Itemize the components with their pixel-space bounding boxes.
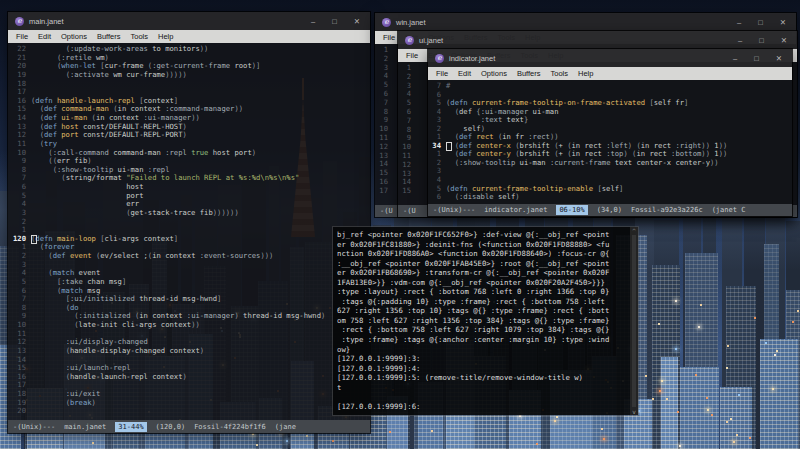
line-number: 5 xyxy=(8,192,31,201)
close-button[interactable]: ✕ xyxy=(354,17,360,26)
code-line: 18 xyxy=(8,80,370,89)
window-title-ui: ui.janet xyxy=(419,36,443,45)
titlebar-ui[interactable]: e ui.janet – □ ✕ xyxy=(398,31,797,49)
city-light xyxy=(431,430,433,432)
menu-item-edit[interactable]: Edit xyxy=(458,69,471,78)
repl-line: 627 :right 1356 :top 10} :tags @{} :type… xyxy=(337,306,628,316)
scrollbar-track[interactable] xyxy=(632,235,636,407)
city-light xyxy=(661,380,663,382)
city-light xyxy=(389,431,391,433)
code-text: (late-init cli-args context)) xyxy=(31,321,200,330)
modeline-main: -(Unix)--- main.janet 31-44% (120,0) Fos… xyxy=(8,420,370,433)
menu-item-help[interactable]: Help xyxy=(158,32,173,41)
city-light xyxy=(776,350,778,352)
titlebar-indicator[interactable]: e indicator.janet – □ ✕ xyxy=(428,49,792,67)
city-light xyxy=(658,323,660,325)
menu-item-tools[interactable]: Tools xyxy=(131,32,149,41)
line-number: 3 xyxy=(8,209,31,218)
line-number: 2 xyxy=(8,252,31,261)
line-number: 2 xyxy=(8,218,31,227)
repl-console[interactable]: bj_ref <pointer 0x020F1FC652F0>} :def-vi… xyxy=(333,227,638,415)
menu-item-buffers[interactable]: Buffers xyxy=(517,69,541,78)
minimize-button[interactable]: – xyxy=(737,18,741,27)
code-line: 6 (:disable self) xyxy=(428,193,792,202)
close-button[interactable]: ✕ xyxy=(776,54,782,63)
window-main-janet: e main.janet – □ ✕ FileEditOptionsBuffer… xyxy=(8,12,370,433)
minimize-button[interactable]: – xyxy=(733,54,737,63)
city-light xyxy=(797,310,799,312)
titlebar-main[interactable]: e main.janet – □ ✕ xyxy=(8,12,370,30)
repl-scrollbar[interactable]: ^ v xyxy=(630,227,638,415)
minimize-button[interactable]: – xyxy=(311,17,315,26)
city-light xyxy=(733,441,735,443)
city-light xyxy=(711,414,713,416)
city-light xyxy=(601,428,603,430)
modeline-vcs-revision: Fossil-4f224bf1f6 xyxy=(194,423,266,431)
code-area-main[interactable]: 22 (:update-work-areas to monitors))21 (… xyxy=(8,43,370,420)
menu-item-help[interactable]: Help xyxy=(578,69,593,78)
code-line: 2 (:show-tooltip ui-man :current-frame t… xyxy=(428,159,792,168)
maximize-button[interactable]: □ xyxy=(759,36,764,45)
minimize-button[interactable]: – xyxy=(738,36,742,45)
menu-item-file[interactable]: File xyxy=(406,51,418,60)
city-light xyxy=(727,345,729,347)
building xyxy=(680,367,719,449)
menu-item-file[interactable]: File xyxy=(383,33,395,42)
city-light xyxy=(519,415,521,417)
city-light xyxy=(556,416,558,418)
window-title-indicator: indicator.janet xyxy=(449,54,495,63)
maximize-button[interactable]: □ xyxy=(754,54,759,63)
code-text: (break) xyxy=(31,399,96,408)
city-light xyxy=(698,326,700,328)
close-button[interactable]: ✕ xyxy=(780,18,786,27)
city-light xyxy=(754,317,756,319)
line-number: 9 xyxy=(8,157,31,166)
city-light xyxy=(792,321,794,323)
repl-line: :type :frame} :tags @{:anchor :center :m… xyxy=(337,335,628,345)
line-number: 4 xyxy=(8,269,31,278)
code-text: (handle-launch-repl context) xyxy=(31,373,187,382)
line-number: 7 xyxy=(8,174,31,183)
menu-item-edit[interactable]: Edit xyxy=(38,32,51,41)
menu-item-buffers[interactable]: Buffers xyxy=(97,32,121,41)
city-light xyxy=(675,348,677,350)
city-light xyxy=(772,388,774,390)
menu-item-file[interactable]: File xyxy=(436,69,448,78)
line-number: 17 xyxy=(375,187,393,196)
modeline-prefix: -(U xyxy=(403,207,416,215)
city-light xyxy=(603,438,605,440)
city-light xyxy=(677,411,679,413)
maximize-button[interactable]: □ xyxy=(758,18,763,27)
city-light xyxy=(738,394,740,396)
line-number: 6 xyxy=(8,287,31,296)
menu-item-tools[interactable]: Tools xyxy=(551,69,569,78)
city-light xyxy=(706,397,708,399)
repl-line: :tags @{:padding 10} :type :frame} :rect… xyxy=(337,297,628,307)
scroll-up-arrow[interactable]: ^ xyxy=(632,227,636,234)
menu-item-options[interactable]: Options xyxy=(481,69,507,78)
scroll-down-arrow[interactable]: v xyxy=(632,408,636,415)
titlebar-win[interactable]: e win.janet – □ ✕ xyxy=(375,13,796,31)
modeline-scroll-indicator: 31-44% xyxy=(115,422,146,432)
repl-line: er 0x020F1FB68690>} :transform-cr @{:__o… xyxy=(337,268,628,278)
city-light xyxy=(638,410,640,412)
maximize-button[interactable]: □ xyxy=(332,17,337,26)
code-line: 7# xyxy=(428,82,792,91)
menu-item-file[interactable]: File xyxy=(16,32,28,41)
menu-item-options[interactable]: Options xyxy=(61,32,87,41)
city-light xyxy=(675,300,677,302)
close-button[interactable]: ✕ xyxy=(781,36,787,45)
city-light xyxy=(666,398,668,400)
city-light xyxy=(306,435,308,437)
line-number: 120 xyxy=(8,235,31,244)
window-title-win: win.janet xyxy=(396,18,426,27)
code-area-indicator[interactable]: 7#65(defn current-frame-tooltip-on-frame… xyxy=(428,80,792,204)
code-line: 19 (:activate wm cur-frame))))) xyxy=(8,71,370,80)
code-text: (:show-tooltip ui-man :current-frame tex… xyxy=(446,159,719,168)
modeline-scroll-indicator: 06-10% xyxy=(556,205,587,215)
line-number: 5 xyxy=(8,278,31,287)
modeline-vcs-revision: Fossil-a92e3a226c xyxy=(631,206,703,214)
code-line: 3 (get-stack-trace fib)))))) xyxy=(8,209,370,218)
city-light xyxy=(92,442,94,444)
city-light xyxy=(700,304,702,306)
